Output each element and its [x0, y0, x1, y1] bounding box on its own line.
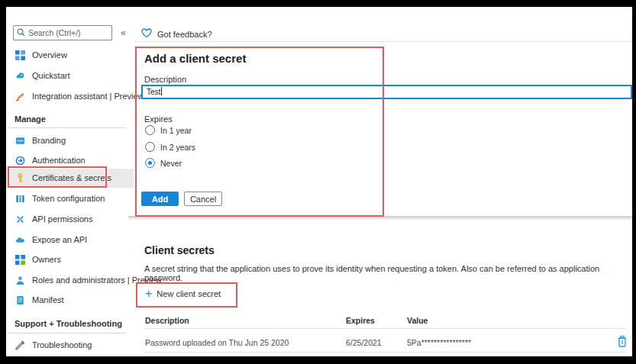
overview-icon	[15, 50, 25, 60]
radio-label: Never	[160, 159, 182, 168]
owners-icon	[15, 254, 25, 265]
sidebar-item-quickstart[interactable]: Quickstart	[6, 66, 134, 85]
description-field-wrap	[141, 84, 632, 98]
sidebar-section-support: Support + Troubleshooting	[15, 319, 122, 328]
sidebar-collapse-button[interactable]: «	[121, 27, 126, 38]
sidebar-item-label: Overview	[32, 50, 67, 60]
sidebar-item-label: Quickstart	[32, 71, 70, 80]
sidebar: « Overview Quickstart Integration assist…	[6, 7, 134, 356]
branding-icon	[15, 135, 25, 146]
got-feedback-label: Got feedback?	[157, 30, 212, 39]
column-header-value: Value	[407, 316, 428, 325]
radio-icon	[145, 158, 155, 168]
sidebar-item-expose-an-api[interactable]: Expose an API	[6, 230, 134, 249]
sidebar-item-label: Authentication	[32, 156, 86, 165]
app-window: « Overview Quickstart Integration assist…	[6, 7, 632, 356]
description-input[interactable]	[141, 85, 632, 99]
new-client-secret-button[interactable]: + New client secret	[145, 288, 221, 299]
search-icon	[17, 26, 25, 40]
sidebar-item-troubleshooting[interactable]: Troubleshooting	[6, 336, 134, 354]
cancel-button[interactable]: Cancel	[184, 192, 222, 206]
client-secrets-description: A secret string that the application use…	[144, 264, 632, 282]
authentication-icon	[15, 155, 25, 166]
manifest-icon	[15, 295, 25, 305]
plus-icon: +	[145, 288, 152, 299]
sidebar-item-label: Branding	[32, 136, 66, 145]
radio-label: In 1 year	[160, 126, 192, 135]
sidebar-item-roles-administrators[interactable]: Roles and administrators | Preview	[6, 271, 134, 289]
radio-in-2-years[interactable]: In 2 years	[145, 142, 195, 152]
sidebar-item-label: Integration assistant | Preview	[32, 92, 144, 101]
radio-never[interactable]: Never	[145, 158, 182, 168]
delete-secret-button[interactable]	[617, 335, 628, 347]
sidebar-section-manage: Manage	[15, 114, 46, 124]
add-client-secret-title: Add a client secret	[144, 52, 246, 65]
wrench-icon	[15, 340, 25, 350]
key-icon	[15, 172, 25, 183]
token-configuration-icon	[15, 193, 25, 204]
sidebar-item-label: Expose an API	[32, 235, 87, 244]
sidebar-item-label: API permissions	[32, 214, 92, 224]
radio-label: In 2 years	[160, 143, 195, 152]
description-label: Description	[144, 75, 186, 84]
radio-in-1-year[interactable]: In 1 year	[145, 125, 192, 135]
got-feedback-button[interactable]: Got feedback?	[141, 28, 212, 40]
client-secrets-title: Client secrets	[144, 244, 215, 256]
sidebar-item-token-configuration[interactable]: Token configuration	[6, 189, 134, 208]
divider	[8, 333, 126, 333]
column-header-expires: Expires	[346, 316, 375, 325]
cell-description: Password uploaded on Thu Jun 25 2020	[145, 338, 289, 347]
sidebar-item-authentication[interactable]: Authentication	[6, 151, 134, 169]
divider	[145, 352, 626, 353]
heart-icon	[141, 28, 152, 40]
cell-value: 5Pa****************	[407, 338, 471, 347]
divider	[8, 127, 126, 128]
sidebar-item-certificates-secrets[interactable]: Certificates & secrets	[6, 169, 134, 187]
sidebar-item-api-permissions[interactable]: API permissions	[6, 210, 134, 228]
radio-icon	[145, 125, 155, 135]
panel-shadow	[128, 216, 632, 221]
sidebar-item-overview[interactable]: Overview	[6, 46, 134, 64]
new-client-secret-label: New client secret	[157, 289, 221, 298]
cell-expires: 6/25/2021	[346, 338, 382, 347]
person-icon	[15, 275, 25, 285]
sidebar-item-label: Token configuration	[32, 194, 105, 203]
expires-label: Expires	[144, 114, 173, 124]
quickstart-icon	[15, 70, 25, 81]
divider	[135, 41, 632, 42]
api-permissions-icon	[15, 214, 25, 224]
sidebar-item-owners[interactable]: Owners	[6, 250, 134, 269]
search-input[interactable]	[28, 28, 108, 37]
radio-icon	[145, 142, 155, 152]
column-header-description: Description	[145, 316, 189, 325]
add-button[interactable]: Add	[141, 192, 179, 206]
integration-assistant-icon	[15, 91, 25, 101]
sidebar-item-label: Troubleshooting	[32, 340, 92, 350]
cloud-icon	[15, 234, 25, 245]
sidebar-item-manifest[interactable]: Manifest	[6, 291, 134, 309]
divider	[145, 328, 626, 329]
sidebar-item-label: Manifest	[32, 295, 64, 304]
sidebar-item-label: Certificates & secrets	[32, 173, 111, 182]
sidebar-item-integration-assistant[interactable]: Integration assistant | Preview	[6, 87, 134, 105]
sidebar-item-branding[interactable]: Branding	[6, 131, 134, 150]
sidebar-item-label: Roles and administrators | Preview	[32, 275, 162, 285]
text-caret	[161, 87, 162, 95]
sidebar-item-label: Owners	[32, 255, 61, 264]
sidebar-search[interactable]	[13, 25, 112, 40]
